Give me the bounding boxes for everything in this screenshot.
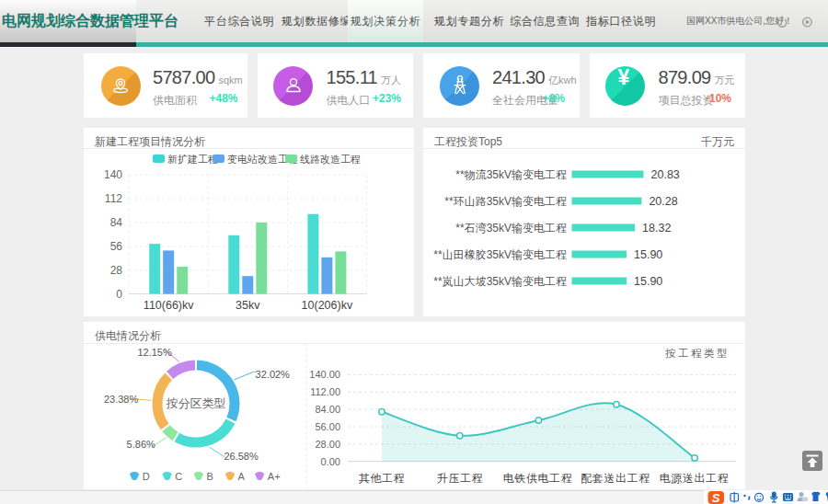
svg-text:28.00: 28.00 bbox=[315, 439, 340, 450]
svg-text:84: 84 bbox=[110, 215, 123, 228]
svg-text:B: B bbox=[206, 471, 213, 482]
svg-text:35kv: 35kv bbox=[236, 299, 260, 312]
svg-text:配套送出工程: 配套送出工程 bbox=[581, 472, 650, 485]
svg-text:新扩建工程: 新扩建工程 bbox=[167, 154, 218, 165]
svg-text:A+: A+ bbox=[268, 471, 281, 482]
svg-text:**石湾35kV输变电工程: **石湾35kV输变电工程 bbox=[455, 221, 567, 234]
svg-text:140.00: 140.00 bbox=[309, 369, 340, 380]
svg-text:按分区类型: 按分区类型 bbox=[166, 396, 226, 410]
svg-text:110(66)kv: 110(66)kv bbox=[144, 299, 194, 312]
svg-text:26.58%: 26.58% bbox=[224, 451, 259, 462]
svg-text:5.86%: 5.86% bbox=[127, 439, 155, 450]
svg-text:A: A bbox=[238, 471, 246, 482]
svg-text:18.32: 18.32 bbox=[642, 221, 671, 234]
svg-text:84.00: 84.00 bbox=[315, 404, 340, 415]
svg-text:C: C bbox=[175, 471, 182, 482]
svg-text:112.00: 112.00 bbox=[310, 386, 340, 397]
svg-text:15.90: 15.90 bbox=[634, 274, 662, 287]
svg-text:28: 28 bbox=[110, 263, 123, 276]
svg-text:56.00: 56.00 bbox=[315, 421, 340, 432]
svg-text:线路改造工程: 线路改造工程 bbox=[300, 154, 361, 165]
svg-text:**山田橡胶35kV输变电工程: **山田橡胶35kV输变电工程 bbox=[433, 247, 567, 260]
svg-text:D: D bbox=[143, 471, 150, 482]
svg-text:0.00: 0.00 bbox=[321, 456, 340, 467]
svg-text:电铁供电工程: 电铁供电工程 bbox=[503, 472, 573, 485]
svg-text:32.02%: 32.02% bbox=[256, 369, 291, 380]
svg-text:140: 140 bbox=[104, 168, 122, 181]
svg-text:56: 56 bbox=[110, 239, 123, 252]
svg-text:按工程类型: 按工程类型 bbox=[665, 348, 730, 359]
svg-text:112: 112 bbox=[105, 192, 122, 205]
svg-text:23.38%: 23.38% bbox=[104, 394, 139, 405]
svg-text:0: 0 bbox=[116, 287, 122, 300]
svg-text:20.83: 20.83 bbox=[651, 167, 680, 180]
svg-text:12.15%: 12.15% bbox=[137, 347, 172, 358]
svg-text:电源送出工程: 电源送出工程 bbox=[660, 472, 730, 485]
svg-text:15.90: 15.90 bbox=[634, 247, 662, 260]
svg-text:10(206)kv: 10(206)kv bbox=[302, 299, 353, 312]
svg-text:S: S bbox=[712, 491, 720, 504]
svg-text:升压工程: 升压工程 bbox=[437, 472, 483, 485]
svg-text:**岚山大坡35kV输变电工程: **岚山大坡35kV输变电工程 bbox=[433, 274, 567, 287]
svg-text:**物流35kV输变电工程: **物流35kV输变电工程 bbox=[455, 167, 567, 180]
svg-text:其他工程: 其他工程 bbox=[359, 472, 405, 485]
svg-text:**环山路35kV输变电工程: **环山路35kV输变电工程 bbox=[444, 194, 567, 207]
svg-text:20.28: 20.28 bbox=[649, 194, 677, 207]
